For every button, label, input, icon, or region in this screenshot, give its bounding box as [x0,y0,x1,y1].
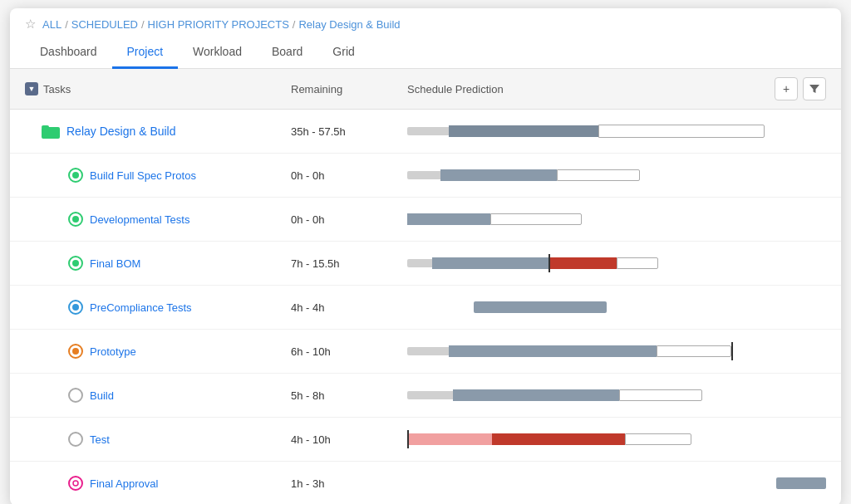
svg-point-5 [72,216,79,223]
breadcrumb: ☆ ALL / SCHEDULED / HIGH PRIORITY PROJEC… [10,8,841,37]
task-cell: ⠿ Final Approval [25,476,291,491]
tab-project[interactable]: Project [112,37,179,69]
breadcrumb-sep2: / [141,18,145,31]
remaining-cell: 35h - 57.5h [291,125,407,138]
svg-point-7 [72,260,79,267]
status-icon [68,432,83,447]
task-name[interactable]: Final BOM [90,257,140,270]
task-cell: ⠿ Test [25,432,291,447]
remaining-cell: 1h - 3h [291,477,407,490]
task-name[interactable]: PreCompliance Tests [90,301,192,314]
svg-rect-0 [42,127,60,139]
task-cell: ⠿ PreCompliance Tests [25,300,291,315]
col-remaining-header: Remaining [291,83,407,95]
task-cell: ⠿ Final BOM [25,256,291,271]
task-name[interactable]: Test [90,433,110,446]
tab-board[interactable]: Board [257,37,317,69]
tab-dashboard[interactable]: Dashboard [25,37,112,69]
filter-button[interactable] [803,77,826,100]
gantt-cell [407,248,826,278]
remaining-cell: 5h - 8h [291,389,407,402]
gantt-cell [407,424,826,454]
tasks-label: Tasks [43,83,71,95]
task-name[interactable]: Build Full Spec Protos [90,169,196,182]
star-icon[interactable]: ☆ [25,17,36,32]
svg-rect-1 [42,125,49,129]
table-row: ⠿ Prototype 6h - 10h [10,330,841,374]
col-tasks-header: ▼ Tasks [25,82,291,95]
remaining-cell: 0h - 0h [291,213,407,226]
remaining-cell: 4h - 4h [291,301,407,314]
table-row: ⠿ Final BOM 7h - 15.5h [10,242,841,286]
task-name[interactable]: Prototype [90,345,136,358]
task-name[interactable]: Relay Design & Build [66,125,176,138]
breadcrumb-sep3: / [293,18,296,31]
header-buttons: + [775,77,826,100]
main-table: ▼ Tasks Remaining Schedule Prediction + [10,69,841,504]
svg-point-9 [72,304,79,311]
table-row: ⠿ Final Approval 1h - 3h [10,462,841,504]
status-icon [68,256,83,271]
status-icon [68,344,83,359]
task-name[interactable]: Developmental Tests [90,213,189,226]
main-window: ☆ ALL / SCHEDULED / HIGH PRIORITY PROJEC… [10,8,841,504]
svg-point-13 [69,433,82,446]
breadcrumb-high-priority[interactable]: HIGH PRIORITY PROJECTS [148,18,289,31]
gantt-cell [407,292,826,322]
table-row: ⠿ PreCompliance Tests 4h - 4h [10,286,841,330]
table-row: ⠿ Build 5h - 8h [10,374,841,418]
gantt-cell [407,468,826,498]
remaining-cell: 4h - 10h [291,433,407,446]
remaining-cell: 7h - 15.5h [291,257,407,270]
tasks-caret-icon[interactable]: ▼ [25,82,38,95]
nav-tabs: Dashboard Project Workload Board Grid [10,37,841,69]
task-cell: ⠿ Build Full Spec Protos [25,168,291,183]
task-cell: ⠿ Relay Design & Build [25,124,291,139]
remaining-cell: 0h - 0h [291,169,407,182]
gantt-cell [407,380,826,410]
status-icon [68,300,83,315]
breadcrumb-scheduled[interactable]: SCHEDULED [71,18,138,31]
status-icon [68,212,83,227]
task-cell: ⠿ Build [25,388,291,403]
svg-point-11 [72,348,79,355]
schedule-label: Schedule Prediction [407,83,504,95]
task-name[interactable]: Final Approval [90,477,158,490]
task-cell: ⠿ Developmental Tests [25,212,291,227]
gantt-cell [407,204,826,234]
table-row: ⠿ Developmental Tests 0h - 0h [10,198,841,242]
col-schedule-header: Schedule Prediction + [407,77,826,100]
svg-point-14 [69,477,82,490]
breadcrumb-sep1: / [65,18,68,31]
status-icon [68,168,83,183]
filter-icon [809,83,820,95]
tab-grid[interactable]: Grid [317,37,369,69]
table-row: ⠿ Build Full Spec Protos 0h - 0h [10,154,841,198]
remaining-cell: 6h - 10h [291,345,407,358]
table-row: ⠿ Test 4h - 10h [10,418,841,462]
task-cell: ⠿ Prototype [25,344,291,359]
task-name[interactable]: Build [90,389,114,402]
status-icon [68,388,83,403]
gantt-cell [407,336,826,366]
svg-point-15 [73,481,78,486]
gantt-cell [407,116,826,146]
folder-icon [42,124,60,139]
tab-workload[interactable]: Workload [178,37,257,69]
svg-point-3 [72,172,79,179]
breadcrumb-current: Relay Design & Build [298,18,400,31]
table-header: ▼ Tasks Remaining Schedule Prediction + [10,69,841,110]
add-button[interactable]: + [775,77,798,100]
table-row: ⠿ Relay Design & Build 35h - 57.5h [10,110,841,154]
breadcrumb-all[interactable]: ALL [42,18,61,31]
svg-point-12 [69,389,82,402]
status-icon [68,476,83,491]
gantt-cell [407,160,826,190]
